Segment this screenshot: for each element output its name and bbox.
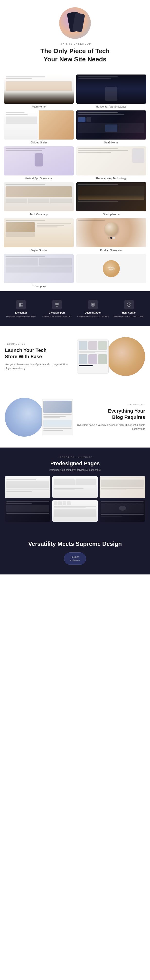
ecommerce-badge: · ECOMMERCE [5,343,73,345]
svg-text:?: ? [128,303,129,306]
predesigned-section: · PRACTICAL MULTIUSE Predesigned Pages I… [0,447,150,530]
cta-section: Versatility Meets Supreme Design Launch … [0,530,150,574]
hero-section: · THIS IS CYBERDOM The Only Piece of Tec… [0,0,150,75]
ecommerce-screen [77,339,109,374]
demo-label-divided: Divided Slider [31,141,47,144]
ecommerce-title-line2: Store With Ease [5,354,42,359]
import-icon [52,300,62,309]
demo-card-digital[interactable]: Digital Studio [4,218,74,252]
blogging-section: · BLOGGING Everything Your Blog Requires… [0,387,150,447]
features-section: Elementor Drag-and-drop page builder plu… [0,291,150,326]
demo-label-main-home: Main Home [32,105,45,108]
demo-label-vertical: Vertical App Showcase [25,177,52,180]
demo-card-product[interactable]: Product Showcase [76,218,146,252]
svg-rect-2 [21,305,23,307]
customization-icon [88,300,98,309]
blogging-visual [5,395,73,439]
demo-card-divided[interactable]: Divided Slider [4,110,74,144]
hero-title: The Only Piece of Tech Your New Site Nee… [40,47,110,64]
feature-desc-help: Knowledge base and support team [114,315,144,318]
predesigned-desc: Introduce your company, services & loads… [5,469,145,471]
feature-desc-elementor: Drag-and-drop page builder plugin [6,315,36,318]
blogging-orb [5,398,44,437]
demo-thumb-divided [4,110,74,140]
blogging-desc: Cyberdom packs a varied collection of pr… [77,423,145,431]
ecommerce-visual [77,335,145,379]
svg-rect-4 [55,303,58,305]
demo-thumb-product [76,218,146,247]
hero-orb [59,7,91,39]
page-thumb-3[interactable] [100,476,145,498]
demo-card-saas[interactable]: SaaS Home [76,110,146,144]
demo-card-it[interactable]: IT Company [4,254,74,288]
demo-label-saas: SaaS Home [104,141,118,144]
demo-thumb-digital [4,218,74,247]
ecommerce-title: Launch Your Tech Store With Ease [5,347,73,360]
demo-card-reimagining[interactable]: Re-Imagining Technology [76,146,146,180]
demo-card-tech[interactable]: Tech Company [4,182,74,216]
demo-label-startup: Startup Home [103,213,119,216]
features-grid: Elementor Drag-and-drop page builder plu… [5,300,145,318]
blogging-badge: · BLOGGING [77,403,145,406]
demo-thumb-startup [76,182,146,212]
blogging-text: · BLOGGING Everything Your Blog Requires… [77,403,145,431]
cta-title: Versatility Meets Supreme Design [5,540,145,547]
ecommerce-section: · ECOMMERCE Launch Your Tech Store With … [0,326,150,387]
predesigned-title: Predesigned Pages [5,460,145,467]
demo-grid: Main Home Horizontal App Showcase [0,75,150,288]
page-thumb-5[interactable] [52,500,98,522]
coming-soon-orb: ComingSoon [103,260,120,277]
demo-label-horizontal: Horizontal App Showcase [96,105,126,108]
demo-card-startup[interactable]: Startup Home [76,182,146,216]
hero-tagline: · THIS IS CYBERDOM [58,43,92,45]
demo-label-product: Product Showcase [100,249,123,252]
elementor-icon [16,300,26,309]
blogging-title-line2: Blog Requires [112,415,145,420]
blogging-title-line1: Everything Your [108,408,145,414]
demo-card-main-home[interactable]: Main Home [4,75,74,108]
page-thumb-4[interactable] [5,500,50,522]
launch-collection-button[interactable]: Launch Collection [64,552,86,565]
feature-title-elementor: Elementor [15,311,27,314]
svg-rect-6 [91,303,95,306]
ecommerce-text: · ECOMMERCE Launch Your Tech Store With … [5,343,73,370]
feature-item-customization: Customization Powerful & intuitive user … [77,300,109,318]
hero-title-line2: Your New Site Needs [44,56,106,63]
blogging-screen [42,399,73,435]
cta-button-line1: Launch [70,555,80,558]
demo-card-vertical[interactable]: Vertical App Showcase [4,146,74,180]
ecommerce-desc: You get a diverse selection of practical… [5,363,73,370]
feature-item-elementor: Elementor Drag-and-drop page builder plu… [5,300,37,318]
demo-label-it: IT Company [31,285,46,288]
demo-thumb-it [4,254,74,283]
demo-thumb-vertical [4,146,74,175]
page-thumb-2[interactable] [52,476,98,498]
page-thumb-1[interactable] [5,476,50,498]
svg-rect-1 [21,303,23,304]
feature-item-help: ? Help Center Knowledge base and support… [113,300,145,318]
feature-title-customization: Customization [84,311,101,314]
demo-label-digital: Digital Studio [31,249,47,252]
feature-title-import: 1-click Import [49,311,65,314]
hero-title-line1: The Only Piece of Tech [40,47,110,55]
svg-rect-9 [92,306,94,307]
help-center-icon: ? [124,300,134,309]
demo-label-tech: Tech Company [30,213,47,216]
page-thumb-6[interactable] [100,500,145,522]
demo-thumb-reimagining [76,146,146,175]
feature-item-import: 1-click Import Import the full demo with… [41,300,73,318]
cta-button-line2: Collection [70,559,80,562]
pages-grid [5,476,145,522]
feature-desc-import: Import the full demo with one click [42,315,72,318]
demo-card-horizontal[interactable]: Horizontal App Showcase [76,75,146,108]
ecommerce-title-line1: Launch Your Tech [5,348,47,353]
demo-label-reimagining: Re-Imagining Technology [96,177,126,180]
demo-thumb-main-home [4,75,74,103]
demo-thumb-tech [4,182,74,212]
predesigned-header: · PRACTICAL MULTIUSE Predesigned Pages I… [5,456,145,471]
feature-desc-customization: Powerful & intuitive user admin area [77,315,109,318]
coming-soon-text: ComingSoon [108,267,115,270]
svg-rect-0 [19,303,21,307]
demo-thumb-saas [76,110,146,140]
feature-title-help: Help Center [122,311,136,314]
